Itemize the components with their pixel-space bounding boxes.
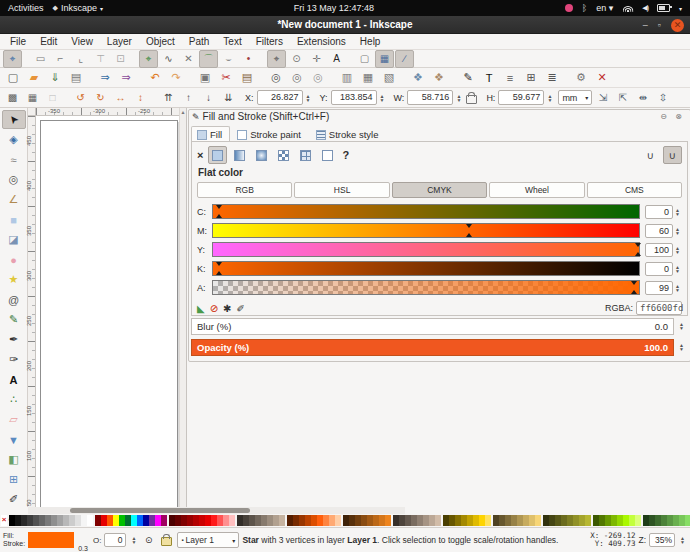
vertical-scrollbar[interactable]: ▲ <box>179 108 186 507</box>
canvas-page[interactable] <box>40 120 178 508</box>
black-slider[interactable] <box>212 261 640 276</box>
cms-gamut-icon[interactable]: ◣ <box>197 303 205 314</box>
palette-swatch[interactable] <box>335 515 341 526</box>
palette-swatch[interactable] <box>485 515 491 526</box>
horizontal-scrollbar[interactable] <box>28 507 405 514</box>
h-scrollbar-thumb[interactable] <box>70 508 250 513</box>
fill-stroke-dialog-button[interactable]: ✎ <box>458 68 478 87</box>
window-title-bar[interactable]: *New document 1 - Inkscape – ▫ ✕ <box>0 16 690 34</box>
volume-icon[interactable]: ◀) <box>642 4 648 12</box>
alpha-slider-input[interactable]: 99 <box>645 281 673 295</box>
snap-page-border-button[interactable]: ▢ <box>355 50 374 68</box>
tweak-tool-button[interactable]: ≈ <box>2 150 26 169</box>
menu-edit[interactable]: Edit <box>33 35 64 48</box>
snap-enable-button[interactable]: ⌖ <box>3 50 22 68</box>
w-field-spinner[interactable]: ▲▼ <box>454 90 463 105</box>
color-picker-icon[interactable]: ✐ <box>236 303 244 314</box>
dropper-tool-button[interactable]: ✐ <box>2 490 26 509</box>
opacity-spinner[interactable]: ▲▼ <box>677 339 686 354</box>
ellipse-tool-button[interactable]: ● <box>2 250 26 269</box>
minimize-button[interactable]: – <box>643 19 648 32</box>
group-button[interactable]: ❖ <box>408 68 428 87</box>
scale-gradients-toggle-button[interactable]: ⇹ <box>633 89 652 107</box>
snap-bounding-box-button[interactable]: ▭ <box>31 50 50 68</box>
palette-swatch[interactable] <box>229 515 235 526</box>
yellow-slider-input[interactable]: 100 <box>645 243 673 257</box>
open-document-button[interactable]: ▰ <box>24 68 44 87</box>
scale-stroke-toggle-button[interactable]: ⇲ <box>593 89 612 107</box>
object-opacity-input[interactable]: 0 <box>104 533 126 547</box>
text-tool-button[interactable]: A <box>2 370 26 389</box>
cyan-slider[interactable] <box>212 204 640 219</box>
palette-swatch-none[interactable]: × <box>1 515 7 526</box>
palette-swatch[interactable] <box>635 515 641 526</box>
selector-tool-button[interactable]: ➤ <box>2 110 26 129</box>
duplicate-button[interactable]: ▥ <box>337 68 357 87</box>
zoom-drawing-button[interactable]: ◎ <box>287 68 307 87</box>
stroke-swatch[interactable] <box>28 540 74 548</box>
black-slider-input[interactable]: 0 <box>645 262 673 276</box>
fill-rule-nonzero-button[interactable]: ∪ <box>663 146 682 164</box>
rotate-90-cw-button[interactable]: ↻ <box>91 89 110 107</box>
mesh-gradient-button[interactable] <box>296 146 315 164</box>
fill-rule-evenodd-button[interactable]: ∪ <box>641 146 660 164</box>
flip-horizontal-button[interactable]: ↔ <box>111 89 130 107</box>
x-field-spinner[interactable]: ▲▼ <box>304 90 313 105</box>
unlink-clone-button[interactable]: ▧ <box>379 68 399 87</box>
black-slider-marker[interactable] <box>216 271 222 275</box>
snap-path-intersections-button[interactable]: ✕ <box>179 50 198 68</box>
text-and-font-dialog-button[interactable]: T <box>479 68 499 87</box>
cyan-slider-marker[interactable] <box>216 214 222 218</box>
unknown-paint-button[interactable]: ? <box>342 149 349 161</box>
unit-selector[interactable]: mm▾ <box>558 90 592 105</box>
dialog-collapse-button[interactable]: ⊖ <box>658 111 669 122</box>
lower-button[interactable]: ↓ <box>199 89 218 107</box>
zoom-input[interactable]: 35% <box>649 533 675 547</box>
mesh-gradient-tool-button[interactable]: ⊞ <box>2 470 26 489</box>
mode-rgb[interactable]: RGB <box>197 182 292 198</box>
clock[interactable]: Fri 13 May 12:47:48 <box>294 3 374 13</box>
preferences-button[interactable]: ⚙ <box>571 68 591 87</box>
zoom-spinner[interactable]: ▲▼ <box>678 533 687 548</box>
snap-paths-button[interactable]: ∿ <box>159 50 178 68</box>
lower-to-bottom-button[interactable]: ⇊ <box>219 89 238 107</box>
canvas[interactable]: -350-300-250-200 45040035030025020015010… <box>28 108 186 507</box>
raise-button[interactable]: ↑ <box>179 89 198 107</box>
alpha-slider-marker[interactable] <box>631 290 637 294</box>
close-button[interactable]: ✕ <box>671 19 684 32</box>
rgba-input[interactable]: ff6600fd <box>636 301 682 315</box>
measure-tool-button[interactable]: ∠ <box>2 190 26 209</box>
pencil-tool-button[interactable]: ✎ <box>2 310 26 329</box>
magenta-slider-marker[interactable] <box>466 224 472 228</box>
snap-grid-button[interactable]: ▦ <box>375 50 394 68</box>
cyan-slider-marker[interactable] <box>216 205 222 209</box>
redo-button[interactable]: ↷ <box>166 68 186 87</box>
color-profile-icon[interactable]: ✱ <box>223 303 231 314</box>
snap-bbox-centers-button[interactable]: ⊡ <box>111 50 130 68</box>
menu-object[interactable]: Object <box>139 35 182 48</box>
import-button[interactable]: ⇒ <box>95 68 115 87</box>
mode-cms[interactable]: CMS <box>587 182 682 198</box>
alpha-slider-spinner[interactable]: ▲▼ <box>673 280 682 295</box>
palette-swatch[interactable] <box>685 515 690 526</box>
mode-cmyk[interactable]: CMYK <box>392 182 487 198</box>
lock-ratio-icon[interactable] <box>466 95 477 104</box>
app-menu-button[interactable]: ◆ Inkscape ▾ <box>53 3 103 13</box>
save-document-button[interactable]: ⇓ <box>45 68 65 87</box>
palette-swatch[interactable] <box>385 515 391 526</box>
menu-filters[interactable]: Filters <box>249 35 290 48</box>
h-field-spinner[interactable]: ▲▼ <box>545 90 554 105</box>
magenta-slider-input[interactable]: 60 <box>645 224 673 238</box>
y-field-spinner[interactable]: ▲▼ <box>378 90 387 105</box>
cyan-slider-spinner[interactable]: ▲▼ <box>673 204 682 219</box>
w-field[interactable]: 58.716 <box>407 90 453 105</box>
snap-nodes-button[interactable]: ⌖ <box>139 50 158 68</box>
pattern-button[interactable] <box>274 146 293 164</box>
snap-others-button[interactable]: ⌖ <box>267 50 286 68</box>
dialog-close-button[interactable]: ⊗ <box>673 111 684 122</box>
print-document-button[interactable]: ▤ <box>66 68 86 87</box>
y-field[interactable]: 183.854 <box>331 90 377 105</box>
snap-smooth-nodes-button[interactable]: ⌣ <box>219 50 238 68</box>
out-of-gamut-icon[interactable]: ⊘ <box>210 303 218 314</box>
palette-swatch[interactable] <box>585 515 591 526</box>
